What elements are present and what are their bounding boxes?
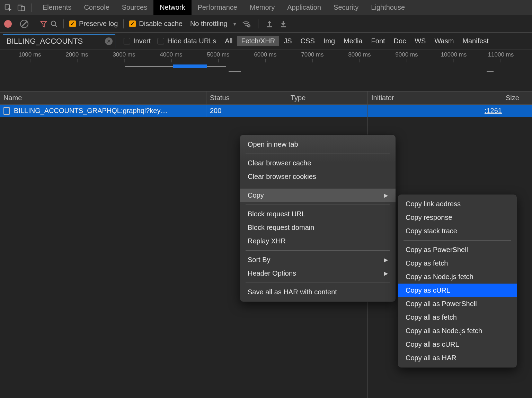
preserve-log-checkbox[interactable]: ✓ Preserve log: [69, 20, 118, 28]
menu-open-new-tab[interactable]: Open in new tab: [240, 138, 396, 151]
filter-media[interactable]: Media: [340, 36, 366, 46]
timeline-tick: 2000 ms: [65, 51, 88, 58]
import-har-icon[interactable]: [266, 20, 273, 28]
invert-checkbox[interactable]: Invert: [124, 37, 151, 45]
menu-copy-stack[interactable]: Copy stack trace: [398, 224, 517, 238]
hide-data-urls-checkbox[interactable]: Hide data URLs: [158, 37, 216, 45]
filter-wasm[interactable]: Wasm: [431, 36, 458, 46]
timeline-tick: 8000 ms: [348, 51, 371, 58]
timeline-tick: 9000 ms: [395, 51, 418, 58]
svg-point-3: [51, 21, 56, 25]
menu-copy-all-curl[interactable]: Copy all as cURL: [398, 338, 517, 351]
column-header-size[interactable]: Size: [502, 92, 532, 104]
tab-lighthouse[interactable]: Lighthouse: [365, 0, 411, 15]
menu-separator: [246, 154, 390, 154]
chevron-down-icon: ▼: [232, 21, 237, 27]
checkbox-unchecked-icon: [124, 38, 130, 44]
filter-icon[interactable]: [40, 20, 47, 28]
timeline-tick: 7000 ms: [301, 51, 323, 58]
filter-ws[interactable]: WS: [411, 36, 429, 46]
menu-block-url[interactable]: Block request URL: [240, 207, 396, 221]
filter-img[interactable]: Img: [320, 36, 339, 46]
chevron-right-icon: ▶: [384, 270, 388, 277]
disable-cache-checkbox[interactable]: ✓ Disable cache: [129, 20, 183, 28]
filter-input-wrap: ✕: [3, 34, 115, 48]
svg-rect-6: [281, 26, 286, 27]
device-toggle-icon[interactable]: [16, 2, 26, 13]
menu-copy-powershell[interactable]: Copy as PowerShell: [398, 243, 517, 257]
tab-performance[interactable]: Performance: [192, 0, 244, 15]
menu-copy-all-har[interactable]: Copy all as HAR: [398, 351, 517, 365]
checkbox-checked-icon: ✓: [129, 20, 136, 27]
menu-copy-response[interactable]: Copy response: [398, 211, 517, 224]
cell-name: BILLING_ACCOUNTS_GRAPHQL:graphql?key…: [0, 105, 206, 117]
inspect-icon[interactable]: [3, 2, 13, 13]
filter-css[interactable]: CSS: [297, 36, 319, 46]
menu-separator: [246, 283, 390, 283]
menu-separator: [404, 240, 511, 241]
filter-js[interactable]: JS: [280, 36, 295, 46]
timeline-tick: 3000 ms: [113, 51, 135, 58]
column-header-type[interactable]: Type: [287, 92, 368, 104]
column-header-status[interactable]: Status: [206, 92, 287, 104]
column-header-name[interactable]: Name: [0, 92, 206, 104]
network-conditions-icon[interactable]: [242, 20, 250, 28]
menu-copy-curl[interactable]: Copy as cURL: [398, 284, 517, 297]
menu-sort-by[interactable]: Sort By ▶: [240, 253, 396, 267]
hide-data-urls-label: Hide data URLs: [167, 37, 216, 45]
clear-button[interactable]: [20, 20, 28, 28]
menu-copy-link[interactable]: Copy link address: [398, 197, 517, 211]
tab-sources[interactable]: Sources: [116, 0, 153, 15]
tab-console[interactable]: Console: [78, 0, 115, 15]
tab-elements[interactable]: Elements: [36, 0, 78, 15]
menu-copy-all-powershell[interactable]: Copy all as PowerShell: [398, 297, 517, 311]
search-icon[interactable]: [50, 20, 58, 28]
column-header-initiator[interactable]: Initiator: [368, 92, 502, 104]
menu-copy-all-node[interactable]: Copy all as Node.js fetch: [398, 324, 517, 338]
menu-copy-fetch[interactable]: Copy as fetch: [398, 257, 517, 270]
record-button[interactable]: [4, 20, 12, 28]
filter-doc[interactable]: Doc: [390, 36, 410, 46]
menu-clear-cache[interactable]: Clear browser cache: [240, 156, 396, 170]
tab-application[interactable]: Application: [281, 0, 327, 15]
timeline-tick: 11000 ms: [488, 51, 514, 58]
clear-filter-icon[interactable]: ✕: [105, 37, 113, 45]
chevron-right-icon: ▶: [384, 257, 388, 263]
chevron-right-icon: ▶: [384, 192, 388, 199]
file-icon: [3, 107, 10, 115]
tab-network[interactable]: Network: [153, 0, 191, 15]
divider: [123, 19, 124, 28]
menu-copy-all-fetch[interactable]: Copy all as fetch: [398, 311, 517, 324]
timeline-overview[interactable]: 1000 ms 2000 ms 3000 ms 4000 ms 5000 ms …: [0, 50, 532, 92]
filter-manifest[interactable]: Manifest: [459, 36, 493, 46]
cell-size: [502, 105, 532, 117]
export-har-icon[interactable]: [280, 20, 287, 28]
timeline-bar: [229, 71, 241, 72]
menu-separator: [246, 205, 390, 205]
menu-copy-node-fetch[interactable]: Copy as Node.js fetch: [398, 270, 517, 284]
checkbox-unchecked-icon: [158, 38, 164, 44]
menu-copy[interactable]: Copy ▶: [240, 189, 396, 202]
timeline-tick: 6000 ms: [254, 51, 276, 58]
filter-fetch-xhr[interactable]: Fetch/XHR: [237, 36, 279, 46]
tab-memory[interactable]: Memory: [243, 0, 281, 15]
divider: [258, 19, 258, 28]
svg-rect-5: [267, 26, 272, 27]
menu-clear-cookies[interactable]: Clear browser cookies: [240, 170, 396, 183]
timeline-bar-active: [173, 64, 207, 68]
menu-save-har[interactable]: Save all as HAR with content: [240, 285, 396, 299]
menu-separator: [246, 186, 390, 186]
tab-security[interactable]: Security: [327, 0, 365, 15]
preserve-log-label: Preserve log: [79, 20, 118, 28]
filter-all[interactable]: All: [221, 36, 236, 46]
timeline-tick: 4000 ms: [160, 51, 182, 58]
menu-replay-xhr[interactable]: Replay XHR: [240, 234, 396, 248]
filter-font[interactable]: Font: [367, 36, 389, 46]
filter-input[interactable]: [3, 34, 115, 48]
disable-cache-label: Disable cache: [139, 20, 183, 28]
throttling-dropdown[interactable]: No throttling ▼: [190, 20, 237, 28]
divider: [63, 19, 64, 28]
resource-type-filters: All Fetch/XHR JS CSS Img Media Font Doc …: [221, 36, 493, 46]
menu-block-domain[interactable]: Block request domain: [240, 221, 396, 234]
menu-header-options[interactable]: Header Options ▶: [240, 267, 396, 280]
